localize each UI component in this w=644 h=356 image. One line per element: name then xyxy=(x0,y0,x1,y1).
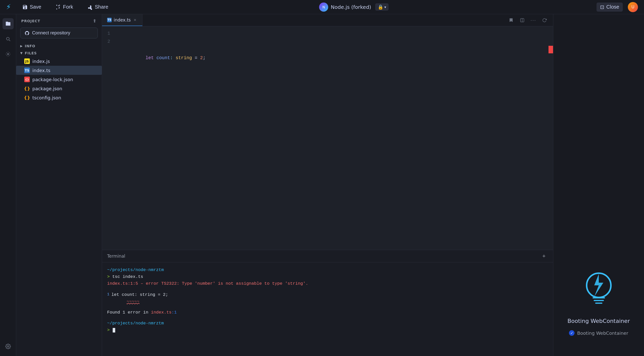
topbar-right: ⊡ Close U xyxy=(597,2,638,12)
topbar-center: N Node.js (forked) 🔒 ▾ xyxy=(120,3,588,12)
github-icon xyxy=(25,31,30,36)
lock-icon: 🔒 xyxy=(378,4,383,10)
tab-ts-icon: TS xyxy=(107,18,112,22)
search-icon xyxy=(5,36,11,42)
refresh-icon xyxy=(542,18,547,23)
terminal-add-button[interactable]: + xyxy=(540,252,548,260)
terminal-blank-2 xyxy=(107,305,548,309)
terminal-found-line: Found 1 error in index.ts:1 xyxy=(107,309,548,316)
files-chevron-icon: ▼ xyxy=(20,51,23,55)
file-name-tsconfigjson: tsconfig.json xyxy=(32,95,61,100)
save-icon xyxy=(22,4,28,10)
webcontainer-status-label: Booting WebContainer xyxy=(577,330,628,336)
split-toolbar-button[interactable] xyxy=(518,16,527,25)
svg-point-1 xyxy=(7,346,9,347)
terminal-path-1: ~/projects/node-nmrztm xyxy=(107,266,548,273)
tsconfig-file-icon: {} xyxy=(24,95,30,100)
file-panel-header: PROJECT ⬆ xyxy=(16,14,102,26)
webcontainer-bulb-icon xyxy=(579,268,619,314)
files-label: FILES xyxy=(25,51,37,55)
keyword-let: let xyxy=(146,55,156,60)
file-item-packagejson[interactable]: {} package.json xyxy=(16,84,102,93)
file-item-packagelockjson[interactable]: {} package-lock.json xyxy=(16,75,102,84)
file-item-indexts[interactable]: TS index.ts xyxy=(16,66,102,75)
error-marker xyxy=(548,46,553,53)
topbar: ⚡ Save Fork Share N Node.js (forked) 🔒 ▾… xyxy=(0,0,644,14)
user-avatar[interactable]: U xyxy=(628,2,638,12)
terminal-snippet: 1 let count: string = 2; ~~~~~ xyxy=(107,291,548,305)
info-label: INFO xyxy=(25,44,35,48)
refresh-toolbar-button[interactable] xyxy=(540,16,549,25)
num-2: 2 xyxy=(200,55,203,60)
files-icon xyxy=(5,21,11,27)
info-chevron-icon: ▶ xyxy=(20,44,23,48)
project-name-area: N Node.js (forked) xyxy=(319,3,371,12)
file-name-indexts: index.ts xyxy=(32,68,50,73)
project-avatar: N xyxy=(319,3,328,12)
terminal-cmd-line: > tsc index.ts xyxy=(107,273,548,280)
file-name-indexjs: index.js xyxy=(32,59,50,64)
connect-repo-label: Connect repository xyxy=(32,30,70,36)
files-section[interactable]: ▼ FILES xyxy=(16,50,102,57)
terminal-title: Terminal xyxy=(107,254,125,259)
sidebar-settings-button[interactable] xyxy=(3,341,14,352)
tab-close-button[interactable]: ✕ xyxy=(133,18,137,22)
terminal-prompt-line: > xyxy=(107,327,548,333)
share-icon xyxy=(87,4,93,10)
sidebar-bottom xyxy=(3,341,14,352)
file-name-packagelockjson: package-lock.json xyxy=(32,77,73,82)
code-line-1: let count: string = 2; xyxy=(114,46,553,79)
js-file-icon: JS xyxy=(24,58,30,64)
project-name: Node.js (forked) xyxy=(331,4,371,10)
code-editor[interactable]: 1 2 let count: string = 2; xyxy=(102,26,553,250)
share-button[interactable]: Share xyxy=(84,3,111,11)
sidebar-files-button[interactable] xyxy=(3,18,14,29)
file-panel-title: PROJECT xyxy=(21,19,40,23)
terminal-code-block: let count: string = 2; ~~~~~ xyxy=(111,291,168,305)
file-name-packagejson: package.json xyxy=(32,86,62,91)
json-red-file-icon: {} xyxy=(24,77,30,82)
fork-icon xyxy=(55,4,61,10)
code-content[interactable]: let count: string = 2; xyxy=(114,26,553,250)
svg-point-0 xyxy=(7,53,9,55)
terminal-content[interactable]: ~/projects/node-nmrztm > tsc index.ts in… xyxy=(102,262,553,356)
split-icon xyxy=(520,18,524,23)
terminal-header: Terminal + xyxy=(102,250,553,262)
save-button[interactable]: Save xyxy=(19,3,44,11)
connect-repo-button[interactable]: Connect repository xyxy=(20,28,98,38)
close-icon: ⊡ xyxy=(600,4,604,10)
more-toolbar-button[interactable]: ··· xyxy=(529,16,538,25)
editor-tabs: TS index.ts ✕ ··· xyxy=(102,14,553,26)
file-panel: PROJECT ⬆ Connect repository ▶ INFO ▼ FI… xyxy=(16,14,102,356)
file-item-tsconfigjson[interactable]: {} tsconfig.json xyxy=(16,93,102,102)
more-icon: ··· xyxy=(531,17,536,23)
status-check-icon: ✓ xyxy=(569,330,575,336)
terminal-path-2: ~/projects/node-nmrztm xyxy=(107,320,548,327)
webcontainer-logo: Booting WebContainer ✓ Booting WebContai… xyxy=(567,268,630,336)
plugin-icon xyxy=(5,51,11,57)
bookmark-icon xyxy=(509,18,513,23)
json-braces-file-icon: {} xyxy=(24,86,30,91)
close-button[interactable]: ⊡ Close xyxy=(597,3,623,12)
terminal-line-indicator: 1 xyxy=(107,292,109,298)
editor-area: TS index.ts ✕ ··· xyxy=(102,14,553,356)
info-section[interactable]: ▶ INFO xyxy=(16,42,102,50)
editor-toolbar: ··· xyxy=(507,16,553,25)
editor-tab-indexts[interactable]: TS index.ts ✕ xyxy=(102,14,142,26)
fork-button[interactable]: Fork xyxy=(52,3,76,11)
sidebar-plugin-button[interactable] xyxy=(3,49,14,60)
icon-sidebar xyxy=(0,14,16,356)
semicolon: ; xyxy=(203,55,206,60)
file-item-indexjs[interactable]: JS index.js xyxy=(16,57,102,66)
main-area: PROJECT ⬆ Connect repository ▶ INFO ▼ FI… xyxy=(0,14,644,356)
tab-name-indexts: index.ts xyxy=(114,17,131,23)
code-line-2 xyxy=(114,95,553,103)
sidebar-search-button[interactable] xyxy=(3,33,14,45)
lock-dropdown[interactable]: 🔒 ▾ xyxy=(375,3,389,11)
upload-icon[interactable]: ⬆ xyxy=(93,18,97,24)
lock-chevron-icon: ▾ xyxy=(384,5,386,9)
bookmark-toolbar-button[interactable] xyxy=(507,16,516,25)
terminal-blank-3 xyxy=(107,316,548,320)
assign: = xyxy=(192,55,200,60)
file-list: JS index.js TS index.ts {} package-lock.… xyxy=(16,57,102,102)
